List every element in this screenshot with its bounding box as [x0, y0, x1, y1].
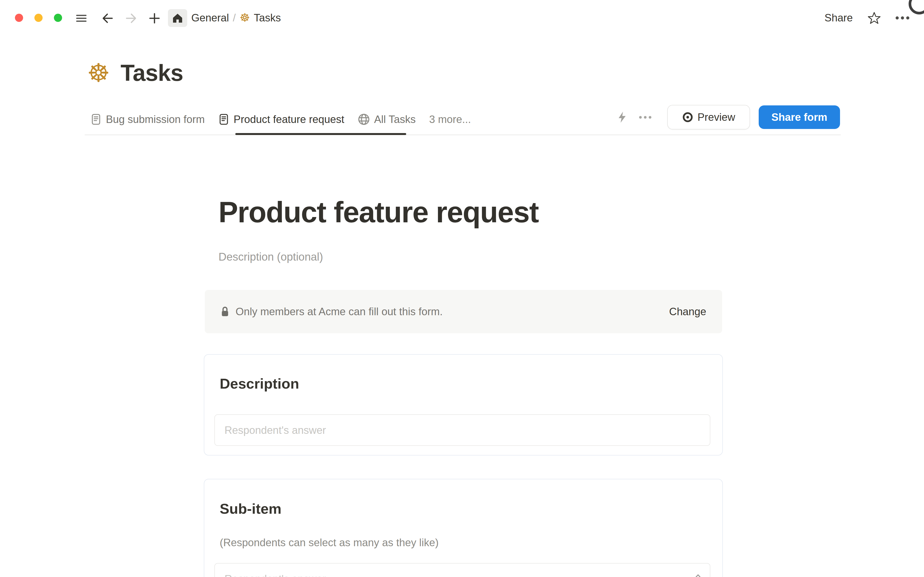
- form-doc-icon: [218, 114, 229, 125]
- ship-wheel-icon: ☸: [240, 12, 250, 24]
- tab-label: All Tasks: [374, 113, 416, 126]
- notion-window: General / ☸ Tasks Share ☸ Tasks Bug subm…: [0, 0, 924, 577]
- toolbar: General / ☸ Tasks Share: [0, 0, 924, 36]
- lock-icon: [221, 306, 229, 317]
- view-tabs: Bug submission form Product feature requ…: [90, 110, 471, 129]
- toolbar-right: Share: [825, 0, 910, 35]
- field-label[interactable]: Description: [220, 376, 299, 392]
- screen-corner-artifact: [909, 0, 924, 15]
- tab-label: Product feature request: [233, 113, 344, 126]
- page-head: ☸ Tasks: [87, 60, 183, 86]
- active-tab-underline: [235, 133, 406, 135]
- back-arrow-icon[interactable]: [101, 12, 114, 24]
- preview-label: Preview: [697, 111, 736, 123]
- tab-bug-submission-form[interactable]: Bug submission form: [90, 113, 205, 126]
- tabs-more-label: 3 more...: [429, 113, 471, 126]
- automation-lightning-icon[interactable]: [616, 111, 628, 123]
- preview-eye-icon: [682, 112, 693, 123]
- home-button[interactable]: [168, 9, 187, 27]
- page-title: Tasks: [121, 60, 183, 86]
- field-card-sub-item: Sub-item (Respondents can select as many…: [204, 479, 723, 577]
- access-notice: Only members at Acme can fill out this f…: [205, 290, 722, 333]
- tab-all-tasks[interactable]: All Tasks: [358, 113, 416, 126]
- window-minimize-button[interactable]: [34, 14, 43, 22]
- sub-item-answer-input[interactable]: [214, 563, 710, 577]
- share-form-label: Share form: [771, 111, 827, 123]
- window-close-button[interactable]: [15, 14, 23, 22]
- tab-product-feature-request[interactable]: Product feature request: [218, 113, 344, 126]
- description-answer-input[interactable]: [214, 414, 710, 446]
- page-ship-wheel-icon[interactable]: ☸: [87, 60, 110, 85]
- preview-button[interactable]: Preview: [667, 105, 750, 129]
- breadcrumb: General / ☸ Tasks: [191, 0, 281, 35]
- selector-chevron-icon[interactable]: [694, 574, 702, 577]
- tab-label: Bug submission form: [106, 113, 205, 126]
- tab-actions: Preview Share form: [616, 105, 840, 129]
- forward-arrow-icon[interactable]: [125, 12, 138, 24]
- more-options-icon[interactable]: [896, 16, 910, 19]
- sidebar-menu-icon[interactable]: [75, 12, 88, 24]
- new-page-plus-icon[interactable]: [148, 12, 161, 24]
- form-doc-icon: [90, 114, 101, 125]
- tabs-divider: [85, 134, 841, 135]
- share-button[interactable]: Share: [825, 12, 853, 24]
- access-notice-text: Only members at Acme can fill out this f…: [235, 306, 669, 318]
- breadcrumb-separator: /: [233, 12, 236, 24]
- tabs-more-button[interactable]: 3 more...: [429, 113, 471, 126]
- access-change-button[interactable]: Change: [669, 306, 706, 318]
- breadcrumb-page[interactable]: Tasks: [254, 12, 281, 24]
- breadcrumb-workspace[interactable]: General: [191, 12, 229, 24]
- favorite-star-icon[interactable]: [868, 11, 881, 24]
- form-title[interactable]: Product feature request: [219, 195, 539, 229]
- field-hint: (Respondents can select as many as they …: [220, 537, 439, 549]
- form-description-placeholder[interactable]: Description (optional): [219, 250, 323, 263]
- home-icon: [172, 13, 183, 24]
- window-zoom-button[interactable]: [54, 14, 62, 22]
- globe-icon: [358, 113, 370, 126]
- field-card-description: Description: [204, 354, 723, 456]
- view-options-icon[interactable]: [639, 116, 651, 119]
- share-form-button[interactable]: Share form: [759, 105, 840, 129]
- field-label[interactable]: Sub-item: [220, 500, 282, 517]
